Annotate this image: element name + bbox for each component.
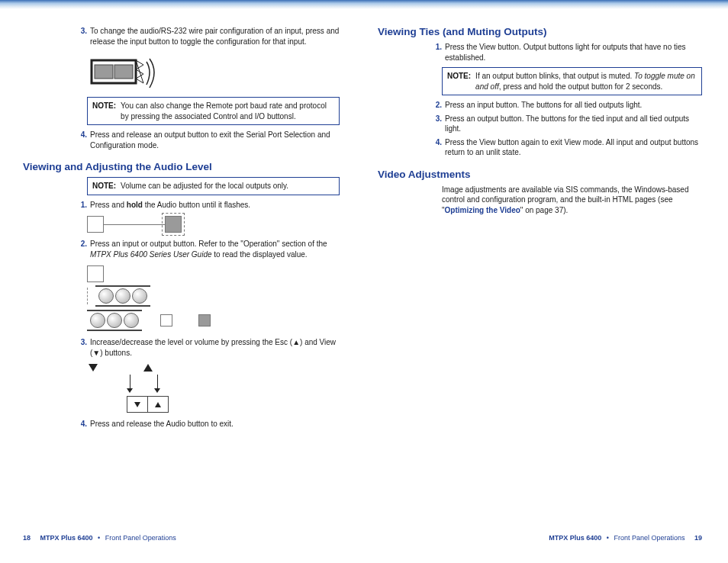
button-icon [160,314,172,327]
note-box: NOTE: If an output button blinks, that o… [442,67,702,95]
step-number: 1. [428,42,445,63]
step-row: 3. Press an output button. The buttons f… [428,114,702,134]
panel-strip [95,285,150,307]
section-heading-ties: Viewing Ties (and Muting Outputs) [378,26,702,37]
step-text: Press and release the Audio button to ex… [90,419,340,429]
note-label: NOTE: [92,181,121,191]
note-box: NOTE: You can also change the Remote por… [87,97,340,125]
text-pre: Press and [90,201,127,209]
page-left: 3. To change the audio/RS-232 wire pair … [0,23,362,548]
connector-line [104,224,165,225]
triangle-down-icon [89,364,98,372]
top-gradient-bar [0,0,728,9]
note-label: NOTE: [447,71,475,92]
note-text: Volume can be adjusted for the local out… [121,181,334,191]
button-pair [127,396,169,413]
dash-line [87,288,88,304]
step-row: 3. Increase/decrease the level or volume… [73,337,340,358]
page-spread: 3. To change the audio/RS-232 wire pair … [0,0,728,548]
step-number: 3. [428,114,445,134]
step-text: Press the View button again to exit View… [445,137,702,158]
round-button-icon [132,288,147,304]
triangle-up-icon [143,364,153,372]
step-number: 4. [73,419,90,429]
round-button-icon [90,313,105,328]
step-row: 4. Press the View button again to exit V… [428,137,702,158]
step-row: 4. Press and release an output button to… [73,130,340,150]
text-italic: MTPX Plus 6400 Series User Guide [90,250,212,259]
step-text: Press and hold the Audio button until it… [90,200,340,211]
step-text: Press an input or output button. Refer t… [90,239,340,259]
diagram-input-output-panel [87,265,340,331]
flash-indicator-icon [162,213,185,236]
step-row: 4. Press and release the Audio button to… [73,419,340,429]
round-button-icon [115,288,130,304]
note-box: NOTE: Volume can be adjusted for the loc… [87,177,340,195]
step-text: Press an output button. The buttons for … [445,114,702,134]
step-number: 3. [73,337,90,358]
panel-strip [87,310,142,331]
note-label: NOTE: [92,101,121,121]
footer-title: MTPX Plus 6400 [549,534,601,542]
step-number: 4. [428,137,445,158]
step-text: To change the audio/RS-232 wire pair con… [90,26,340,47]
round-button-icon [98,288,114,304]
diagram-input-toggle [87,53,156,91]
text-post: , press and hold the output button for 2… [499,82,663,91]
triangle-down-icon [134,402,140,407]
link-optimizing-video[interactable]: Optimizing the Video [445,206,520,214]
arrow-down-icon [154,375,160,393]
page-number: 18 [23,534,31,542]
note-text: You can also change the Remote port baud… [121,101,334,121]
round-button-icon [107,313,122,328]
step-text: Press an input button. The buttons for a… [445,100,702,111]
text-pre: Press an input or output button. Refer t… [90,240,327,248]
step-number: 4. [73,130,90,150]
text-post: to read the displayed value. [212,250,308,259]
step-text: Press and release an output button to ex… [90,130,340,150]
svg-rect-1 [95,65,113,79]
section-heading-audio: Viewing and Adjusting the Audio Level [23,161,340,172]
button-icon [198,314,211,327]
step-text: Press the View button. Output buttons li… [445,42,702,63]
paragraph-video: Image adjustments are available via SIS … [442,185,702,216]
text-post: the Audio button until it flashes. [143,201,250,209]
button-icon [87,216,104,233]
text-bold: hold [127,201,143,209]
step-row: 1. Press the View button. Output buttons… [428,42,702,63]
step-text: Increase/decrease the level or volume by… [90,337,340,358]
step-number: 1. [73,200,90,211]
page-right: Viewing Ties (and Muting Outputs) 1. Pre… [362,23,725,548]
round-button-icon [124,313,139,328]
step-number: 3. [73,26,90,47]
footer-title: MTPX Plus 6400 [33,534,93,542]
note-text: If an output button blinks, that output … [475,71,697,92]
step-row: 1. Press and hold the Audio button until… [73,200,340,211]
triangle-up-icon [155,402,161,407]
page-number: 19 [687,534,702,542]
step-row: 2. Press an input button. The buttons fo… [428,100,702,111]
diagram-esc-view-buttons [87,364,340,413]
text-pre: If an output button blinks, that output … [475,72,634,80]
arrow-down-icon [127,375,133,393]
footer-right: MTPX Plus 6400 • Front Panel Operations … [549,534,702,542]
text-post: " on page 37). [520,206,569,214]
diagram-audio-hold [87,216,340,233]
button-icon [87,265,104,282]
step-row: 3. To change the audio/RS-232 wire pair … [73,26,340,47]
footer-left: 18 MTPX Plus 6400 • Front Panel Operatio… [23,534,176,542]
footer-section: Front Panel Operations [105,534,176,542]
footer-section: Front Panel Operations [614,534,685,542]
step-number: 2. [428,100,445,111]
step-row: 2. Press an input or output button. Refe… [73,239,340,259]
step-number: 2. [73,239,90,259]
svg-rect-2 [114,65,133,79]
section-heading-video: Video Adjustments [378,169,702,180]
